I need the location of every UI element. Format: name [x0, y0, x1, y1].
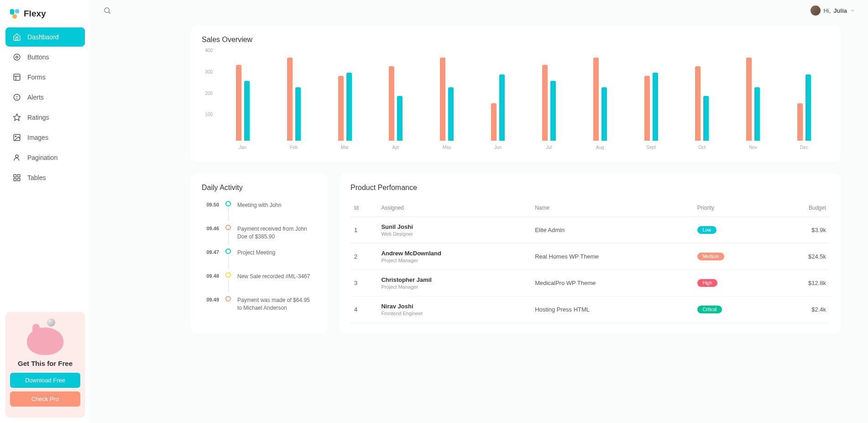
promo-card: Get This for Free Download Free Check Pr…	[5, 312, 85, 418]
bar	[389, 66, 394, 141]
timeline-dot-icon	[225, 201, 231, 206]
svg-point-19	[105, 8, 110, 13]
x-label: Feb	[290, 145, 298, 150]
priority-badge: Medium	[697, 253, 725, 260]
bar-group: Apr	[389, 66, 403, 141]
bar-group: May	[440, 58, 454, 141]
cell-assigned: Christopher JamilProject Manager	[377, 270, 531, 296]
chevron-down-icon	[850, 8, 855, 13]
bar	[295, 87, 301, 141]
cell-name: MedicalPro WP Theme	[531, 270, 694, 296]
bar	[703, 96, 709, 141]
timeline-text: Payment received from John Doe of $385.9…	[237, 225, 315, 241]
svg-rect-16	[18, 174, 20, 177]
bar	[397, 96, 403, 141]
y-tick: 200	[205, 90, 213, 95]
product-performance-card: Product Perfomance IdAssignedNamePriorit…	[340, 174, 841, 333]
check-pro-button[interactable]: Check Pro	[10, 391, 80, 407]
timeline-dot-icon	[225, 272, 231, 278]
bar	[499, 74, 505, 141]
nav-label: Ratings	[27, 114, 49, 121]
svg-point-10	[17, 99, 17, 99]
timeline-text: Payment was made of $64.95 to Michael An…	[237, 296, 315, 312]
timeline-item: 09.49Payment was made of $64.95 to Micha…	[202, 296, 317, 312]
sidebar: Flexy DashbaordButtonsFormsAlertsRatings…	[0, 0, 90, 423]
bar-group: Jan	[236, 65, 250, 141]
search-icon[interactable]	[103, 6, 111, 15]
sidebar-item-ratings[interactable]: Ratings	[5, 108, 85, 127]
bar	[491, 103, 497, 141]
timeline-line	[228, 255, 229, 269]
timeline-time: 09.49	[202, 296, 219, 302]
sidebar-item-pagination[interactable]: Pagination	[5, 148, 85, 167]
bar	[593, 58, 599, 141]
nav-label: Forms	[27, 74, 46, 81]
svg-point-13	[15, 136, 16, 137]
cell-name: Elite Admin	[531, 217, 694, 243]
cell-id: 2	[350, 243, 377, 270]
sales-title: Sales Overview	[202, 36, 830, 44]
logo[interactable]: Flexy	[5, 5, 85, 27]
y-tick: 300	[205, 69, 213, 74]
bar-group: Nov	[746, 58, 760, 141]
cell-name: Real Homes WP Theme	[531, 243, 694, 270]
bar	[644, 76, 650, 141]
svg-point-3	[14, 54, 20, 60]
sidebar-item-alerts[interactable]: Alerts	[5, 88, 85, 107]
ratings-icon	[13, 113, 21, 122]
table-header: Budget	[772, 199, 830, 217]
sidebar-item-buttons[interactable]: Buttons	[5, 48, 85, 67]
table-header: Priority	[694, 199, 773, 217]
topbar: Hi, Julia	[90, 0, 868, 21]
nav-label: Pagination	[27, 154, 58, 161]
x-label: Dec	[800, 145, 808, 150]
svg-rect-18	[18, 179, 20, 181]
performance-title: Product Perfomance	[350, 184, 830, 192]
table-row: 1Sunil JoshiWeb DesignerElite AdminLow$3…	[350, 217, 830, 243]
sidebar-item-forms[interactable]: Forms	[5, 68, 85, 87]
table-row: 2Andrew McDownlandProject ManagerReal Ho…	[350, 243, 830, 270]
bar	[542, 65, 548, 141]
svg-rect-17	[14, 179, 16, 181]
promo-title: Get This for Free	[10, 360, 80, 367]
sidebar-item-images[interactable]: Images	[5, 128, 85, 147]
bar-group: Jul	[542, 65, 556, 141]
user-menu[interactable]: Hi, Julia	[810, 5, 855, 16]
table-row: 3Christopher JamilProject ManagerMedical…	[350, 270, 830, 296]
sidebar-item-tables[interactable]: Tables	[5, 168, 85, 187]
timeline-line	[228, 279, 229, 292]
y-tick: 100	[205, 112, 213, 117]
table-header: Id	[350, 199, 377, 217]
x-label: Jan	[239, 145, 246, 150]
logo-icon	[9, 8, 20, 19]
bar	[236, 65, 241, 141]
x-label: Mar	[341, 145, 349, 150]
sidebar-item-dashbaord[interactable]: Dashbaord	[5, 27, 85, 47]
content: Sales Overview 100200300400 JanFebMarApr…	[90, 21, 868, 363]
timeline-text: Meeting with John	[237, 201, 282, 209]
activity-title: Daily Activity	[202, 184, 317, 192]
alerts-icon	[13, 93, 21, 101]
bar	[550, 81, 556, 141]
avatar	[810, 5, 821, 16]
timeline-line	[228, 207, 229, 221]
table-header: Assigned	[377, 199, 531, 217]
svg-rect-0	[10, 9, 14, 15]
pagination-icon	[13, 153, 21, 162]
nav-menu: DashbaordButtonsFormsAlertsRatingsImages…	[5, 27, 85, 188]
bar	[601, 87, 607, 141]
y-tick: 400	[205, 48, 213, 53]
cell-id: 3	[350, 270, 377, 296]
timeline-dot-icon	[225, 249, 231, 254]
x-label: Nov	[749, 145, 757, 150]
svg-point-14	[16, 155, 18, 158]
bar-group: Sept	[644, 73, 658, 141]
download-free-button[interactable]: Download Free	[10, 373, 80, 388]
bar	[805, 74, 811, 141]
buttons-icon	[13, 53, 21, 61]
svg-line-20	[109, 12, 110, 13]
bar	[746, 58, 752, 141]
performance-table: IdAssignedNamePriorityBudget 1Sunil Josh…	[350, 199, 830, 323]
svg-rect-1	[15, 9, 19, 13]
svg-point-4	[16, 56, 18, 58]
